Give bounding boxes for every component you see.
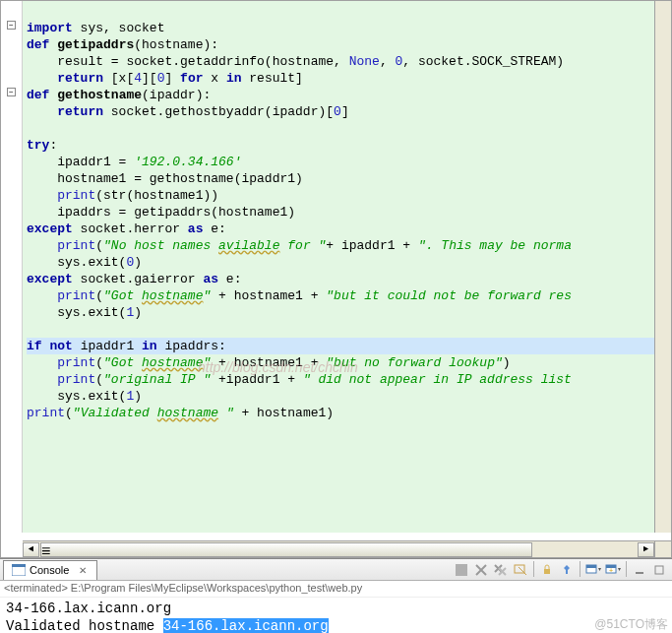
console-pane: Console ✕ + <terminated> E:\Program File…	[0, 558, 672, 633]
svg-rect-18	[655, 566, 663, 574]
code-line: print("No host names avilable for "+ ipa…	[27, 238, 572, 253]
pin-icon[interactable]	[558, 561, 576, 579]
scroll-corner	[654, 540, 671, 557]
close-icon[interactable]: ✕	[77, 565, 89, 576]
separator	[533, 561, 534, 577]
console-toolbar: +	[453, 561, 672, 579]
svg-rect-1	[12, 564, 26, 567]
scroll-lock-icon[interactable]	[538, 561, 556, 579]
scroll-thumb[interactable]: ≡	[40, 542, 532, 557]
svg-rect-11	[544, 569, 550, 574]
code-line: sys.exit(0)	[27, 255, 142, 270]
console-output[interactable]: 34-166.lax.icann.org Validated hostname …	[0, 598, 672, 633]
svg-rect-2	[456, 564, 467, 576]
svg-line-10	[519, 567, 526, 575]
code-line: ipaddrs = getipaddrs(hostname1)	[27, 205, 295, 220]
code-line: sys.exit(1)	[27, 305, 142, 320]
minimize-icon[interactable]	[631, 561, 648, 579]
scroll-left-icon[interactable]: ◄	[23, 542, 39, 557]
code-line: def getipaddrs(hostname):	[27, 37, 218, 52]
code-line: print(str(hostname1))	[27, 188, 218, 203]
code-line: sys.exit(1)	[27, 389, 142, 404]
display-select-icon[interactable]	[584, 561, 602, 579]
svg-rect-17	[636, 572, 643, 574]
tab-console[interactable]: Console ✕	[3, 560, 97, 580]
horizontal-scrollbar[interactable]: ◄ ≡ ►	[23, 540, 654, 557]
separator	[626, 561, 627, 577]
fold-toggle[interactable]: −	[7, 88, 16, 96]
remove-all-icon[interactable]	[492, 561, 510, 579]
output-line: Validated hostname 34-166.lax.icann.org	[6, 617, 666, 633]
code-line: print("Got hostname" + hostname1 + "but …	[27, 355, 511, 370]
code-line: except socket.gaierror as e:	[27, 272, 241, 286]
gutter: − −	[1, 1, 23, 533]
output-line: 34-166.lax.icann.org	[6, 600, 666, 617]
console-status: <terminated> E:\Program Files\MyEclipse\…	[0, 581, 672, 598]
separator	[580, 561, 580, 577]
open-console-icon[interactable]: +	[604, 561, 622, 579]
console-tabbar: Console ✕ +	[0, 559, 672, 581]
code-line: print("Got hostname" + hostname1 + "but …	[27, 288, 572, 303]
code-line: ipaddr1 = '192.0.34.166'	[27, 155, 241, 169]
selected-text: 34-166.lax.icann.org	[163, 618, 329, 633]
vertical-scrollbar[interactable]	[654, 1, 671, 533]
remove-launch-icon[interactable]	[472, 561, 490, 579]
code-line: return socket.gethostbyaddr(ipaddr)[0]	[27, 104, 349, 119]
code-area[interactable]: import sys, socket def getipaddrs(hostna…	[23, 1, 671, 533]
fold-toggle[interactable]: −	[7, 21, 16, 30]
tab-label: Console	[30, 564, 69, 576]
clear-icon[interactable]	[512, 561, 529, 579]
terminate-icon[interactable]	[453, 561, 470, 579]
scroll-right-icon[interactable]: ►	[638, 542, 654, 557]
code-line: print("Validated hostname " + hostname1)	[27, 406, 334, 420]
code-editor[interactable]: − − import sys, socket def getipaddrs(ho…	[0, 0, 672, 558]
maximize-icon[interactable]	[650, 561, 668, 579]
code-line: hostname1 = gethostname(ipaddr1)	[27, 171, 303, 186]
code-line: def gethostname(ipaddr):	[27, 88, 211, 102]
code-line: print("original IP " +ipaddr1 + " did no…	[27, 372, 572, 387]
svg-text:+: +	[609, 567, 613, 574]
code-line: result = socket.getaddrinfo(hostname, No…	[27, 54, 564, 69]
console-icon	[12, 564, 26, 576]
code-line: return [x[4][0] for x in result]	[27, 71, 303, 86]
svg-rect-13	[586, 565, 596, 568]
code-line: import sys, socket	[27, 21, 164, 35]
code-line: if not ipaddr1 in ipaddrs:	[27, 338, 667, 354]
code-line: try:	[27, 138, 57, 153]
code-line: except socket.herror as e:	[27, 222, 226, 236]
